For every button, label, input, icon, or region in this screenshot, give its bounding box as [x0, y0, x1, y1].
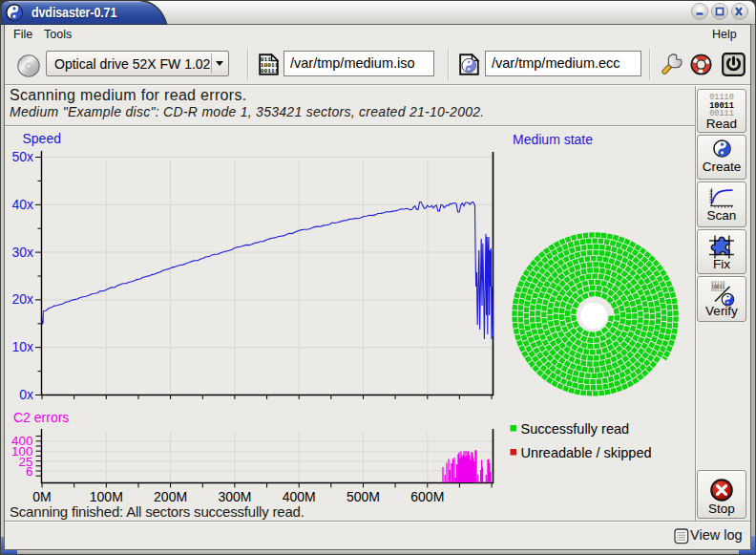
svg-text:10x: 10x	[11, 339, 33, 354]
svg-text:0x: 0x	[19, 387, 33, 402]
svg-text:Successfully read: Successfully read	[521, 421, 630, 437]
svg-text:50x: 50x	[11, 149, 33, 164]
svg-text:Unreadable / skipped: Unreadable / skipped	[521, 445, 652, 460]
svg-text:600M: 600M	[410, 489, 444, 504]
svg-text:Medium state: Medium state	[513, 132, 593, 147]
svg-text:20x: 20x	[11, 291, 33, 307]
svg-text:200M: 200M	[154, 489, 187, 504]
svg-text:300M: 300M	[218, 489, 251, 504]
svg-text:Speed: Speed	[23, 131, 61, 146]
svg-text:400M: 400M	[283, 489, 316, 504]
svg-text:30x: 30x	[11, 245, 33, 260]
svg-text:100M: 100M	[90, 489, 123, 504]
svg-text:40x: 40x	[11, 197, 33, 212]
svg-text:0M: 0M	[32, 489, 51, 504]
svg-text:500M: 500M	[346, 489, 380, 504]
svg-text:6: 6	[26, 464, 33, 479]
svg-text:C2 errors: C2 errors	[13, 410, 69, 425]
